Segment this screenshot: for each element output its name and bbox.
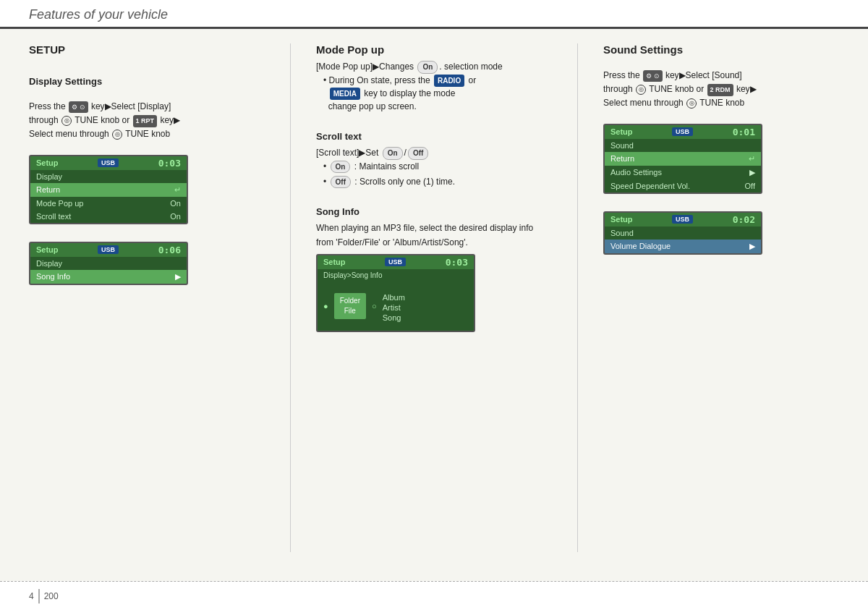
sound-screen2-title: Setup <box>610 215 633 224</box>
sound-screen2-row-sound: Sound <box>605 226 761 240</box>
song-info-screen: Setup USB 0:03 Display>Song Info ● Folde… <box>316 254 475 332</box>
scroll-bullet-on: On <box>331 161 351 173</box>
si-screen-usb: USB <box>385 258 406 266</box>
col-divider-2 <box>577 43 578 552</box>
tune-knob2-icon: ◎ <box>112 130 122 140</box>
si-screen-title: Setup <box>323 258 346 266</box>
display-settings-title: Display Settings <box>29 76 265 87</box>
footer-page-suffix: 200 <box>44 591 59 601</box>
setup-column: SETUP Display Settings Press the ⚙ ⊙ key… <box>29 43 265 552</box>
display-screen-1: Setup USB 0:03 Display Return ↵ Mode Pop… <box>29 155 188 224</box>
sound-screen-1: Setup USB 0:01 Sound Return ↵ Audio Sett… <box>603 124 762 194</box>
header-title: Features of your vehicle <box>29 7 839 27</box>
scroll-bullet2: • Off : Scrolls only one (1) time. <box>323 175 552 188</box>
artist-option: Artist <box>383 303 405 312</box>
1rpt-badge: 1 RPT <box>133 115 158 127</box>
sound-tune-knob2: ◎ <box>686 98 697 109</box>
display-screen-2: Setup USB 0:06 Display Song Info ▶ <box>29 242 188 285</box>
2rdm-badge: 2 RDM <box>707 84 733 96</box>
sound-gear-key-icon: ⚙ ⊙ <box>643 70 663 82</box>
scroll-on-badge: On <box>383 147 403 160</box>
footer-page-num: 4 <box>29 591 34 601</box>
media-badge: MEDIA <box>330 88 360 100</box>
sound-screen1-usb: USB <box>672 127 693 136</box>
on-badge: On <box>417 61 438 74</box>
mode-popup-bullet: • During On state, press the RADIO or ME… <box>323 74 552 113</box>
sound-screen1-row-return: Return ↵ <box>605 152 761 166</box>
middle-column: Mode Pop up [Mode Pop up]▶Changes On. se… <box>316 43 552 552</box>
song-option: Song <box>383 313 405 322</box>
col-divider-1 <box>290 43 291 552</box>
screen1-row-scrolltext: Scroll text On <box>30 210 187 223</box>
setup-title: SETUP <box>29 43 265 56</box>
screen1-row-display: Display <box>30 170 187 183</box>
si-screen-time: 0:03 <box>446 257 468 268</box>
song-info-title: Song Info <box>316 206 552 217</box>
scroll-bullet-off: Off <box>331 176 351 188</box>
screen2-title: Setup <box>36 245 59 254</box>
screen1-title: Setup <box>36 158 59 167</box>
scroll-off-badge: Off <box>408 147 428 160</box>
screen1-header: Setup USB 0:03 <box>30 156 187 170</box>
gear-key-icon: ⚙ ⊙ <box>69 101 88 113</box>
sound-screen1-row-spd: Speed Dependent Vol. Off <box>605 179 761 192</box>
display-settings-text: Press the ⚙ ⊙ key▶Select [Display] throu… <box>29 100 265 142</box>
scroll-text-title: Scroll text <box>316 131 552 142</box>
footer-divider <box>38 589 40 603</box>
si-content: ● FolderFile ○ Album Artist Song <box>318 281 474 331</box>
sound-settings-title: Sound Settings <box>603 43 839 56</box>
scroll-text-description: [Scroll text]▶Set On/Off <box>316 146 552 160</box>
tune-knob-icon: ◎ <box>61 116 72 126</box>
screen1-usb: USB <box>98 158 119 167</box>
scroll-text-section: Scroll text [Scroll text]▶Set On/Off • O… <box>316 124 552 190</box>
screen1-row-modepopup: Mode Pop up On <box>30 197 187 210</box>
sound-screen1-row-audio: Audio Settings ▶ <box>605 166 761 179</box>
sound-settings-text: Press the ⚙ ⊙ key▶Select [Sound] through… <box>603 69 839 111</box>
right-column: Sound Settings Press the ⚙ ⊙ key▶Select … <box>603 43 839 552</box>
si-breadcrumb: Display>Song Info <box>318 269 474 281</box>
mode-popup-section: Mode Pop up [Mode Pop up]▶Changes On. se… <box>316 43 552 115</box>
sound-tune-knob: ◎ <box>636 85 646 95</box>
scroll-bullet1: • On : Maintains scroll <box>323 160 552 173</box>
folder-file-box: FolderFile <box>334 293 366 319</box>
screen2-usb: USB <box>98 245 119 254</box>
album-option: Album <box>383 293 405 302</box>
screen1-row-return: Return ↵ <box>30 183 187 197</box>
page-footer: 4 200 <box>0 581 868 610</box>
radio-dot-unselected: ○ <box>372 302 377 310</box>
radio-badge: RADIO <box>434 75 464 87</box>
song-info-text: When playing an MP3 file, select the des… <box>316 221 552 249</box>
page-header: Features of your vehicle <box>0 0 868 29</box>
screen2-header: Setup USB 0:06 <box>30 243 187 257</box>
sound-screen2-header: Setup USB 0:02 <box>605 213 761 226</box>
main-content: SETUP Display Settings Press the ⚙ ⊙ key… <box>0 29 868 567</box>
si-screen-header: Setup USB 0:03 <box>318 255 474 269</box>
screen2-row-songinfo: Song Info ▶ <box>30 270 187 284</box>
sound-screen2-time: 0:02 <box>733 214 755 225</box>
sound-screen1-header: Setup USB 0:01 <box>605 125 761 139</box>
radio-dot-selected: ● <box>323 302 328 310</box>
mode-popup-title: Mode Pop up <box>316 43 552 56</box>
sound-screen2-usb: USB <box>672 215 693 224</box>
sound-screen-2: Setup USB 0:02 Sound Volume Dialogue ▶ <box>603 211 762 255</box>
mode-popup-text: [Mode Pop up]▶Changes On. selection mode <box>316 60 552 74</box>
song-info-section: Song Info When playing an MP3 file, sele… <box>316 199 552 336</box>
album-artist-song-list: Album Artist Song <box>383 293 405 322</box>
sound-screen1-time: 0:01 <box>733 127 755 137</box>
screen2-row-display: Display <box>30 257 187 270</box>
sound-screen2-row-volume: Volume Dialogue ▶ <box>605 240 761 253</box>
sound-screen1-title: Setup <box>610 127 633 136</box>
screen1-time: 0:03 <box>158 158 181 169</box>
screen2-time: 0:06 <box>158 245 181 255</box>
sound-screen1-row-sound: Sound <box>605 139 761 152</box>
